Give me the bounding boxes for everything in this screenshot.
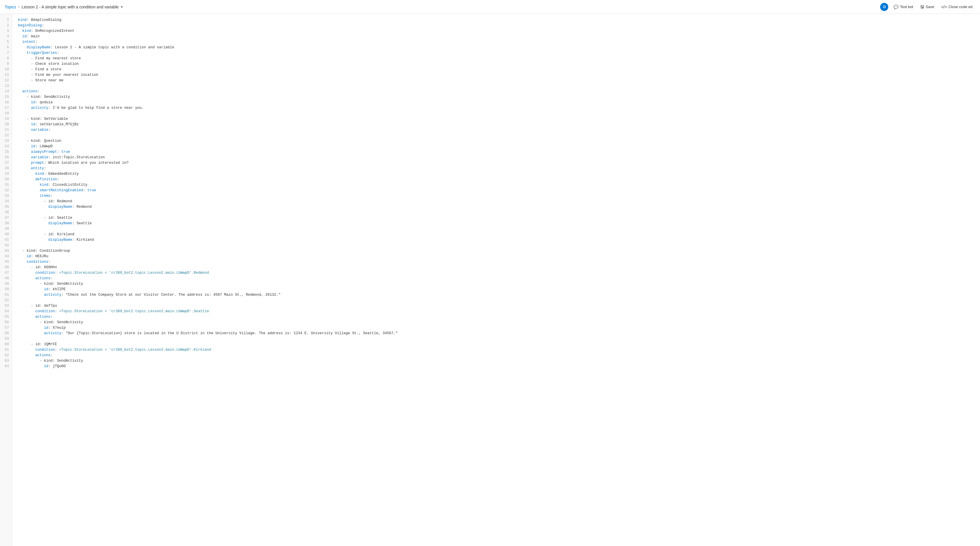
line-number: 59	[0, 336, 12, 342]
code-line: displayName: Seattle	[18, 221, 980, 226]
test-bot-icon: 💬	[894, 5, 899, 9]
code-line	[18, 226, 980, 232]
code-line: - kind: SendActivity	[18, 358, 980, 364]
code-line: - kind: SendActivity	[18, 281, 980, 287]
code-line	[18, 210, 980, 215]
code-line: id: main	[18, 34, 980, 39]
code-line: condition: =Topic.StoreLocation = 'cr389…	[18, 270, 980, 276]
line-number: 4	[0, 34, 12, 39]
test-bot-button[interactable]: 💬 Test bot	[891, 3, 916, 11]
line-number: 64	[0, 364, 12, 369]
code-line: id: khIIPE	[18, 287, 980, 292]
code-editor: 1234567891011121314151617181920212223242…	[0, 14, 980, 546]
code-line: id: HE6JRu	[18, 254, 980, 259]
code-line: displayName: Redmond	[18, 204, 980, 210]
code-line: kind: ClosedListEntity	[18, 182, 980, 188]
code-line: displayName: Lesson 2 - A simple topic w…	[18, 45, 980, 50]
code-line: - Check store location	[18, 61, 980, 67]
line-number: 22	[0, 133, 12, 138]
code-line: id: qvduia	[18, 100, 980, 105]
test-bot-label: Test bot	[900, 5, 913, 9]
line-number: 27	[0, 160, 12, 166]
line-number: 57	[0, 325, 12, 331]
line-number: 56	[0, 320, 12, 325]
line-number: 31	[0, 182, 12, 188]
line-number: 47	[0, 270, 12, 276]
code-line: condition: =Topic.StoreLocation = 'cr389…	[18, 347, 980, 353]
save-icon: 🖫	[920, 5, 924, 9]
line-number: 14	[0, 89, 12, 94]
code-line: actions:	[18, 353, 980, 358]
line-number: 36	[0, 210, 12, 215]
code-line: - id: 6G9Hhn	[18, 265, 980, 270]
code-line: definition:	[18, 177, 980, 182]
code-line: variable:	[18, 127, 980, 133]
line-number: 29	[0, 171, 12, 177]
code-line: - id: Redmond	[18, 199, 980, 204]
save-label: Save	[926, 5, 934, 9]
close-code-editor-button[interactable]: </> Close code ed	[938, 3, 975, 11]
line-number: 54	[0, 309, 12, 314]
breadcrumb-current-page: Lesson 2 - A simple topic with a conditi…	[22, 5, 119, 9]
code-line: - Find a store	[18, 67, 980, 72]
line-number: 50	[0, 287, 12, 292]
breadcrumb-topics-link[interactable]: Topics	[5, 5, 16, 9]
line-number: 46	[0, 265, 12, 270]
code-line: id: jTQo0O	[18, 364, 980, 369]
code-line: intent:	[18, 39, 980, 45]
code-content[interactable]: kind: AdaptiveDialogbeginDialog: kind: O…	[12, 14, 980, 546]
top-bar-actions: O 💬 Test bot 🖫 Save </> Close code ed	[880, 3, 975, 11]
line-number: 9	[0, 61, 12, 67]
line-number: 20	[0, 122, 12, 127]
breadcrumb-separator: >	[18, 5, 20, 9]
code-line: id: LbWwpD	[18, 144, 980, 149]
code-line: smartMatchingEnabled: true	[18, 188, 980, 193]
code-line: id: setVariable_M7UjBz	[18, 122, 980, 127]
line-number: 23	[0, 138, 12, 144]
code-line: actions:	[18, 314, 980, 320]
code-icon: </>	[941, 5, 947, 9]
code-line: - kind: SendActivity	[18, 94, 980, 100]
code-line: - kind: SendActivity	[18, 320, 980, 325]
line-number: 10	[0, 67, 12, 72]
code-line: activity: "Our {Topic.StoreLocation} sto…	[18, 331, 980, 336]
code-line: variable: init:Topic.StoreLocation	[18, 155, 980, 160]
top-bar: Topics > Lesson 2 - A simple topic with …	[0, 0, 980, 14]
line-number: 8	[0, 56, 12, 61]
line-number: 58	[0, 331, 12, 336]
line-number: 6	[0, 45, 12, 50]
code-line: - id: Kirkland	[18, 232, 980, 237]
line-number: 18	[0, 111, 12, 116]
code-line: items:	[18, 193, 980, 199]
line-number: 60	[0, 342, 12, 347]
line-number: 21	[0, 127, 12, 133]
line-number: 33	[0, 193, 12, 199]
save-button[interactable]: 🖫 Save	[917, 3, 937, 11]
code-line: kind: AdaptiveDialog	[18, 18, 980, 23]
code-line	[18, 83, 980, 89]
line-number: 7	[0, 50, 12, 56]
line-number: 25	[0, 149, 12, 155]
line-number: 48	[0, 276, 12, 281]
line-number: 39	[0, 226, 12, 232]
code-line: - id: Seattle	[18, 215, 980, 221]
line-number: 24	[0, 144, 12, 149]
line-number: 12	[0, 78, 12, 83]
line-number: 52	[0, 298, 12, 303]
code-line: - kind: SetVariable	[18, 116, 980, 122]
line-number: 51	[0, 292, 12, 298]
line-number: 43	[0, 248, 12, 254]
line-number: 28	[0, 166, 12, 171]
code-line	[18, 243, 980, 248]
line-number: 13	[0, 83, 12, 89]
line-number: 16	[0, 100, 12, 105]
line-number: 37	[0, 215, 12, 221]
code-line: - Find me your nearest location	[18, 72, 980, 78]
code-line: kind: EmbeddedEntity	[18, 171, 980, 177]
line-numbers: 1234567891011121314151617181920212223242…	[0, 14, 12, 546]
code-line: - Store near me	[18, 78, 980, 83]
code-line: - kind: ConditionGroup	[18, 248, 980, 254]
chevron-down-icon[interactable]: ▾	[121, 5, 123, 9]
code-line	[18, 336, 980, 342]
line-number: 42	[0, 243, 12, 248]
